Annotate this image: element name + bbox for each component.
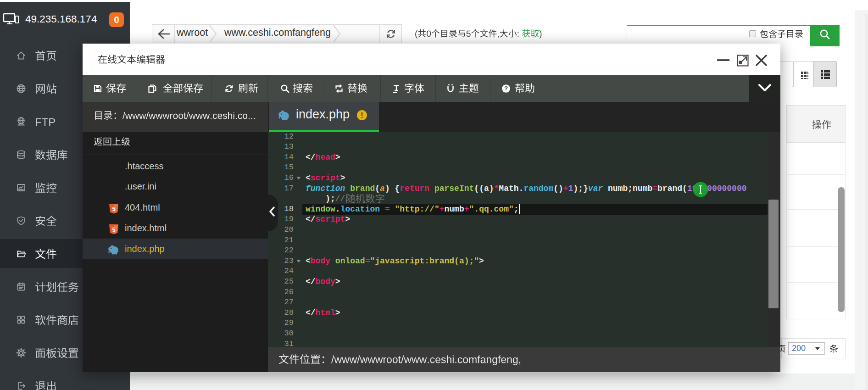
svg-text:5: 5 [112,226,115,233]
svg-text:?: ? [504,85,508,92]
svg-text:5: 5 [112,205,115,212]
svg-text:!: ! [361,111,363,119]
